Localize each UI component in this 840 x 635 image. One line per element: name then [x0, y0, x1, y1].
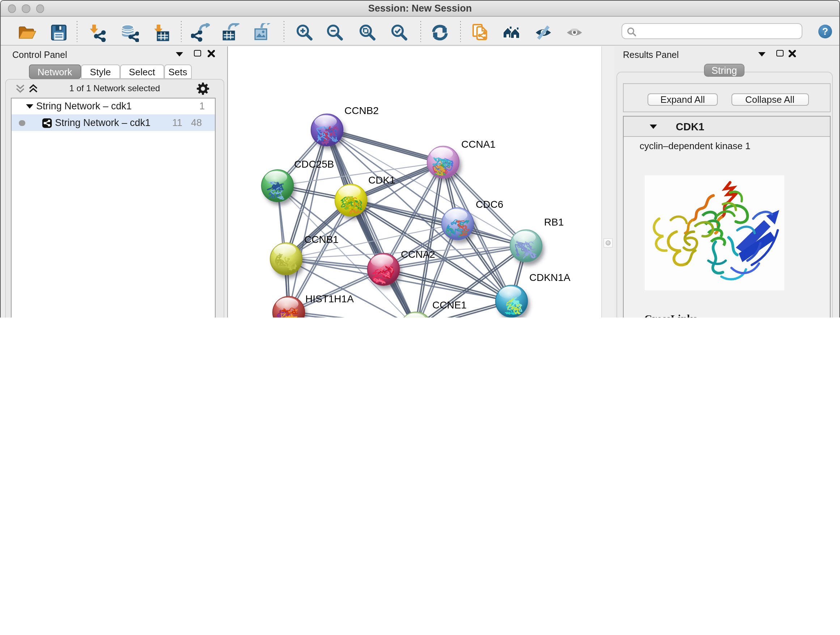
svg-text:CDKN1A: CDKN1A	[529, 272, 570, 283]
svg-text:HIST1H1A: HIST1H1A	[305, 293, 354, 304]
svg-text:CCNB1: CCNB1	[304, 234, 339, 245]
svg-text:CCNB2: CCNB2	[344, 105, 379, 116]
svg-text:CDC6: CDC6	[476, 199, 503, 210]
svg-text:CDK1: CDK1	[368, 174, 395, 186]
svg-text:CCNA1: CCNA1	[461, 139, 496, 150]
svg-text:RB1: RB1	[544, 217, 564, 228]
svg-text:CCNE1: CCNE1	[432, 299, 467, 310]
svg-text:CDC25B: CDC25B	[294, 158, 334, 170]
svg-text:CCNA2: CCNA2	[401, 249, 435, 260]
